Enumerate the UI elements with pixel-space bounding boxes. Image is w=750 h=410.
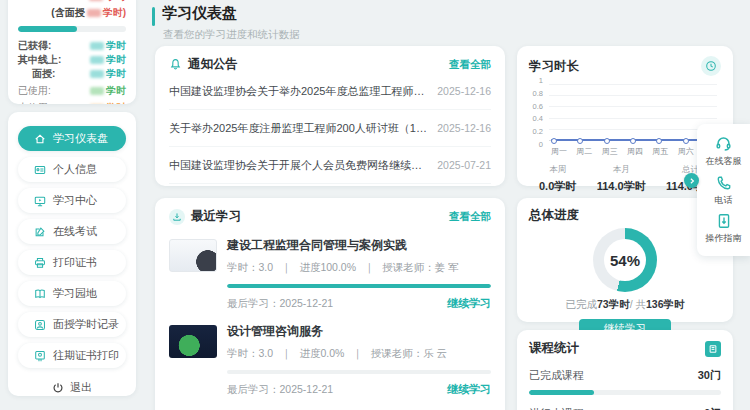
course-meta: 学时：3.0｜ 进度0.0%｜ 授课老师：乐 云: [227, 347, 491, 361]
recent-view-all-link[interactable]: 查看全部: [449, 210, 491, 224]
page-title: 学习仪表盘: [162, 4, 300, 23]
headset-icon: [715, 135, 732, 152]
continue-learning-link[interactable]: 继续学习: [447, 382, 491, 397]
inprogress-courses-row: 进行中课程 6门: [529, 406, 721, 410]
notice-date: 2025-07-21: [437, 159, 491, 171]
study-time-title: 学习时长: [529, 58, 579, 75]
page-subtitle: 查看您的学习进度和统计数据: [163, 28, 300, 42]
sidebar-item-label: 学习中心: [53, 193, 97, 208]
clock-icon: [701, 56, 721, 76]
sidebar-item-profile[interactable]: 个人信息: [18, 157, 126, 182]
sidebar-item-learning-garden[interactable]: 学习园地: [18, 281, 126, 306]
sidebar-item-label: 学习园地: [53, 286, 97, 301]
redacted-value: [87, 9, 101, 17]
redacted-value: [90, 87, 104, 95]
float-label: 电话: [715, 194, 733, 207]
completed-courses-row: 已完成课程 30门: [529, 368, 721, 383]
x-axis-labels: 周一周二周三周四周五周六周日: [551, 146, 719, 157]
data-point-dot: [683, 138, 689, 144]
phone-button[interactable]: 电话: [715, 175, 733, 207]
book-badge-icon: [705, 341, 721, 357]
guide-button[interactable]: 操作指南: [706, 213, 742, 245]
continue-learning-link[interactable]: 继续学习: [447, 296, 491, 311]
course-item: 设计管理咨询服务 学时：3.0｜ 进度0.0%｜ 授课老师：乐 云 最后学习：2…: [169, 323, 491, 397]
sidebar-item-learning-center[interactable]: 学习中心: [18, 188, 126, 213]
power-icon: [52, 382, 64, 394]
course-last-studied: 最后学习：2025-12-21: [227, 297, 333, 311]
data-points: [549, 138, 717, 144]
data-point-dot: [630, 138, 636, 144]
sidebar-stats-card: 学时 (含面授 学时) 已获得: 学时 其中线上: 学时 面授: 学时 已使用:…: [8, 0, 136, 104]
monitor-icon: [34, 195, 46, 207]
notice-date: 2025-12-16: [437, 122, 491, 134]
stat-row-used: 已使用: 学时: [18, 84, 126, 97]
phone-icon: [716, 175, 732, 191]
online-service-button[interactable]: 在线客服: [706, 135, 742, 168]
stat-unit: 学时: [106, 101, 126, 105]
course-meta: 学时：3.0｜ 进度100.0%｜ 授课老师：姜 军: [227, 261, 491, 275]
printer-icon: [34, 257, 46, 269]
notice-text: 关于举办2025年度注册监理工程师200人研讨班（1期）的通知: [169, 121, 427, 136]
stat-unit: 学时: [106, 84, 126, 98]
edit-icon: [34, 226, 46, 238]
course-stats-title: 课程统计: [529, 340, 579, 357]
sidebar-item-past-certificates[interactable]: 往期证书打印: [18, 343, 126, 368]
redacted-value: [90, 42, 104, 50]
course-title: 建设工程监理合同管理与案例实践: [227, 237, 491, 254]
sidebar-item-label: 个人信息: [53, 162, 97, 177]
course-last-studied: 最后学习：2025-12-21: [227, 383, 333, 397]
hours-progressbar: [18, 26, 126, 32]
notice-text: 中国建设监理协会关于开展个人会员免费网络继续教育的通知: [169, 158, 427, 173]
sidebar-item-online-exam[interactable]: 在线考试: [18, 219, 126, 244]
recent-learning-panel: 最近学习 查看全部 建设工程监理合同管理与案例实践 学时：3.0｜ 进度100.…: [155, 198, 505, 410]
stat-label: 已获得:: [18, 39, 51, 53]
subnote-prefix: (含面授: [51, 6, 84, 20]
stat-row-online: 其中线上: 学时: [18, 53, 126, 66]
collapse-panel-button[interactable]: [684, 173, 699, 188]
subnote-suffix: 学时): [103, 6, 126, 20]
stat-label: 未使用:: [18, 101, 51, 105]
redacted-value: [90, 104, 104, 105]
sidebar-item-facetoface-hours[interactable]: 面授学时记录: [18, 312, 126, 337]
bell-icon: [169, 58, 182, 71]
overall-hours-text: 已完成73学时/ 共136学时: [529, 298, 721, 312]
guide-icon: [716, 213, 732, 229]
accent-bar: [152, 7, 155, 26]
sidebar-item-label: 学习仪表盘: [53, 131, 108, 146]
course-thumbnail[interactable]: [169, 239, 217, 272]
home-icon: [34, 133, 46, 145]
weekly-hours-line-chart: 1 0.8 0.6 0.4 0.2 0: [549, 84, 717, 141]
notice-item[interactable]: 中国建设监理协会关于举办2025年度总监理工程师100人研讨班的通知 2025-…: [169, 73, 491, 110]
page-header: 学习仪表盘 查看您的学习进度和统计数据: [152, 4, 300, 42]
stat-unit: 学时: [106, 67, 126, 81]
course-stats-panel: 课程统计 已完成课程 30门 进行中课程 6门: [517, 330, 733, 410]
stat-row-earned: 已获得: 学时: [18, 39, 126, 52]
notices-view-all-link[interactable]: 查看全部: [449, 58, 491, 72]
sidebar-item-label: 往期证书打印: [53, 348, 119, 363]
chevron-right-icon: [688, 177, 696, 185]
float-label: 操作指南: [706, 232, 742, 245]
study-icon: [169, 209, 185, 225]
overall-title: 总体进度: [529, 207, 579, 224]
redacted-value: [89, 0, 103, 1]
sidebar-menu: 学习仪表盘 个人信息 学习中心 在线考试 打印证书 学习园地 面授学时记录 往期…: [8, 112, 136, 396]
sidebar-item-dashboard[interactable]: 学习仪表盘: [18, 126, 126, 151]
y-axis-labels: 1 0.8 0.6 0.4 0.2 0: [529, 80, 545, 144]
notice-date: 2025-12-16: [437, 85, 491, 97]
notice-item[interactable]: 中国建设监理协会关于开展个人会员免费网络继续教育的通知 2025-07-21: [169, 147, 491, 184]
stat-unit: 学时: [106, 39, 126, 53]
sidebar-item-print-certificate[interactable]: 打印证书: [18, 250, 126, 275]
overall-progress-donut: 54%: [593, 228, 657, 292]
stats-partial-row: 学时: [18, 0, 126, 4]
time-stat-month: 本月114.0学时: [597, 164, 646, 194]
sidebar-item-label: 在线考试: [53, 224, 97, 239]
redacted-value: [90, 56, 104, 64]
data-point-dot: [551, 138, 557, 144]
data-point-dot: [577, 138, 583, 144]
support-float-panel: 在线客服 电话 操作指南: [697, 124, 750, 256]
notice-item[interactable]: 关于举办2025年度注册监理工程师200人研讨班（1期）的通知 2025-12-…: [169, 110, 491, 147]
logout-button[interactable]: 退出: [16, 380, 128, 395]
course-thumbnail[interactable]: [169, 325, 217, 358]
sidebar-item-label: 打印证书: [53, 255, 97, 270]
hours-unit-label: 学时: [106, 0, 126, 4]
